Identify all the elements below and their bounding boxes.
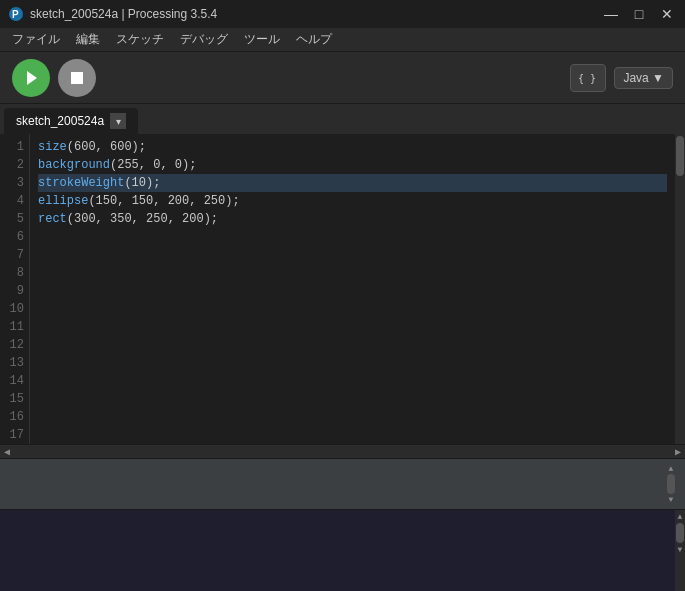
line-num-9: 9 — [0, 282, 24, 300]
line-num-14: 14 — [0, 372, 24, 390]
line-num-8: 8 — [0, 264, 24, 282]
scrollbar-thumb[interactable] — [676, 136, 684, 176]
editor-vertical-scrollbar[interactable] — [675, 134, 685, 444]
menu-help[interactable]: ヘルプ — [288, 29, 340, 50]
close-button[interactable]: ✕ — [657, 4, 677, 24]
output-vscroll-thumb[interactable] — [667, 474, 675, 494]
toolbar-right: { } Java ▼ — [570, 64, 673, 92]
maximize-button[interactable]: □ — [629, 4, 649, 24]
debugger-button[interactable]: { } — [570, 64, 606, 92]
code-line-14[interactable] — [38, 372, 667, 390]
line-num-7: 7 — [0, 246, 24, 264]
run-button[interactable] — [12, 59, 50, 97]
menu-sketch[interactable]: スケッチ — [108, 29, 172, 50]
line-num-3: 3 — [0, 174, 24, 192]
svg-text:P: P — [12, 9, 19, 20]
out-vscroll-thumb[interactable] — [676, 523, 684, 543]
menu-debug[interactable]: デバッグ — [172, 29, 236, 50]
code-content[interactable]: size(600, 600); background(255, 0, 0); s… — [30, 134, 675, 444]
svg-rect-3 — [71, 72, 83, 84]
line-num-12: 12 — [0, 336, 24, 354]
code-line-6[interactable] — [38, 228, 667, 246]
line-numbers: 1 2 3 4 5 6 7 8 9 10 11 12 13 14 15 16 1… — [0, 134, 30, 444]
title-text: sketch_200524a | Processing 3.5.4 — [30, 7, 217, 21]
line-num-4: 4 — [0, 192, 24, 210]
code-line-5[interactable]: rect(300, 350, 250, 200); — [38, 210, 667, 228]
window-controls: — □ ✕ — [601, 4, 677, 24]
middle-area: ▲ ▼ — [0, 458, 685, 510]
processing-icon: P — [8, 6, 24, 22]
tab-name: sketch_200524a — [16, 114, 104, 128]
code-editor: 1 2 3 4 5 6 7 8 9 10 11 12 13 14 15 16 1… — [0, 134, 685, 444]
hscroll-left-arrow[interactable]: ◀ — [0, 446, 14, 458]
code-line-15[interactable] — [38, 390, 667, 408]
toolbar: { } Java ▼ — [0, 52, 685, 104]
menu-edit[interactable]: 編集 — [68, 29, 108, 50]
line-num-2: 2 — [0, 156, 24, 174]
out-vscroll-down[interactable]: ▼ — [678, 545, 683, 554]
java-label: Java ▼ — [623, 71, 664, 85]
code-line-1[interactable]: size(600, 600); — [38, 138, 667, 156]
line-num-10: 10 — [0, 300, 24, 318]
code-line-8[interactable] — [38, 264, 667, 282]
title-bar: P sketch_200524a | Processing 3.5.4 — □ … — [0, 0, 685, 28]
line-num-5: 5 — [0, 210, 24, 228]
svg-marker-2 — [27, 71, 37, 85]
code-line-16[interactable] — [38, 408, 667, 426]
tab-bar: sketch_200524a ▾ — [0, 104, 685, 134]
out-vscroll-up[interactable]: ▲ — [678, 512, 683, 521]
code-line-3[interactable]: strokeWeight(10); — [38, 174, 667, 192]
code-line-13[interactable] — [38, 354, 667, 372]
output-content[interactable] — [0, 510, 675, 591]
menu-tools[interactable]: ツール — [236, 29, 288, 50]
minimize-button[interactable]: — — [601, 4, 621, 24]
output-area: ▲ ▼ — [0, 510, 685, 591]
title-bar-left: P sketch_200524a | Processing 3.5.4 — [8, 6, 217, 22]
output-vertical-scrollbar[interactable]: ▲ ▼ — [675, 510, 685, 591]
output-scroll-up-arrow[interactable]: ▲ — [669, 464, 674, 473]
java-mode-dropdown[interactable]: Java ▼ — [614, 67, 673, 89]
code-line-4[interactable]: ellipse(150, 150, 200, 250); — [38, 192, 667, 210]
line-num-17: 17 — [0, 426, 24, 444]
tab-dropdown-button[interactable]: ▾ — [110, 113, 126, 129]
hscroll-right-arrow[interactable]: ▶ — [671, 446, 685, 458]
stop-button[interactable] — [58, 59, 96, 97]
svg-text:{ }: { } — [578, 73, 596, 84]
menu-file[interactable]: ファイル — [4, 29, 68, 50]
active-tab[interactable]: sketch_200524a ▾ — [4, 108, 138, 134]
line-num-15: 15 — [0, 390, 24, 408]
code-line-2[interactable]: background(255, 0, 0); — [38, 156, 667, 174]
code-line-10[interactable] — [38, 300, 667, 318]
line-num-16: 16 — [0, 408, 24, 426]
horizontal-scrollbar[interactable]: ◀ ▶ — [0, 444, 685, 458]
code-line-11[interactable] — [38, 318, 667, 336]
line-num-1: 1 — [0, 138, 24, 156]
line-num-11: 11 — [0, 318, 24, 336]
toolbar-left — [12, 59, 96, 97]
output-scroll-down-arrow[interactable]: ▼ — [669, 495, 674, 504]
code-line-12[interactable] — [38, 336, 667, 354]
code-line-17[interactable] — [38, 426, 667, 444]
code-line-9[interactable] — [38, 282, 667, 300]
line-num-13: 13 — [0, 354, 24, 372]
code-line-7[interactable] — [38, 246, 667, 264]
menu-bar: ファイル 編集 スケッチ デバッグ ツール ヘルプ — [0, 28, 685, 52]
line-num-6: 6 — [0, 228, 24, 246]
